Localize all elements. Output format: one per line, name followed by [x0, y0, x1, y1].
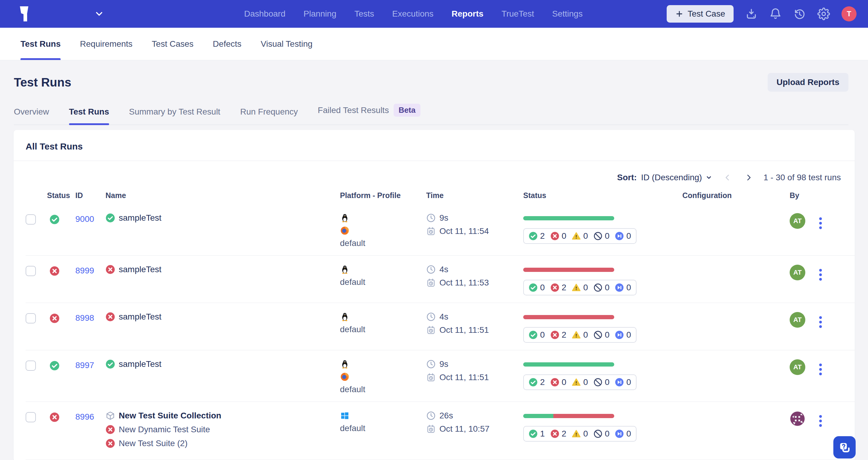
failed-icon: [550, 429, 559, 438]
new-test-case-button[interactable]: Test Case: [667, 5, 734, 23]
count-warning: 0: [572, 283, 588, 293]
count-blocked: 0: [593, 429, 610, 438]
nav-item-truetest[interactable]: TrueTest: [501, 6, 535, 22]
linux-platform-icon: [340, 213, 350, 223]
module-tab-visual-testing[interactable]: Visual Testing: [261, 28, 313, 60]
linux-platform-icon: [340, 312, 350, 321]
table-body: 9000 sampleTest default 9s Oct 11, 11:54…: [13, 204, 855, 460]
result-counts-pill: 20000: [523, 374, 637, 390]
skipped-icon: [615, 378, 624, 387]
report-tab-run-frequency[interactable]: Run Frequency: [240, 105, 298, 124]
run-datetime: Oct 11, 11:51: [439, 373, 489, 382]
test-run-id-link[interactable]: 9000: [75, 214, 94, 224]
test-run-id-link[interactable]: 8997: [75, 361, 94, 370]
test-run-name[interactable]: New Test Suite Collection: [119, 411, 221, 421]
pagination-next-button[interactable]: [743, 172, 754, 183]
passed-icon: [50, 214, 60, 224]
count-warning: 0: [572, 231, 588, 241]
user-avatar-initials[interactable]: AT: [789, 359, 805, 375]
row-checkbox[interactable]: [26, 313, 36, 324]
row-actions-kebab-icon[interactable]: [817, 361, 824, 378]
count-passed: 1: [529, 429, 545, 438]
download-icon[interactable]: [745, 7, 758, 20]
main-nav: DashboardPlanningTestsExecutionsReportsT…: [244, 6, 583, 22]
schedule-calendar-icon: [426, 373, 436, 382]
nav-item-tests[interactable]: Tests: [354, 6, 375, 22]
run-duration: 9s: [439, 213, 448, 223]
suite-name[interactable]: New Test Suite (2): [119, 438, 187, 448]
module-tab-bar: Test RunsRequirementsTest CasesDefectsVi…: [0, 28, 868, 60]
test-run-name[interactable]: sampleTest: [119, 312, 161, 321]
result-progress-bar: [523, 216, 614, 220]
module-tab-defects[interactable]: Defects: [213, 28, 241, 60]
app-logo-icon[interactable]: [17, 5, 31, 23]
sort-dropdown[interactable]: ID (Descending): [641, 173, 712, 182]
report-tab-summary-by-test-result[interactable]: Summary by Test Result: [129, 105, 220, 124]
column-header-name: Name: [105, 191, 340, 200]
row-checkbox[interactable]: [26, 214, 36, 224]
project-switcher-chevron-icon[interactable]: [94, 9, 104, 19]
test-run-row: 8996 New Test Suite CollectionNew Dynami…: [26, 402, 855, 460]
row-checkbox[interactable]: [26, 361, 36, 371]
test-run-id-link[interactable]: 8996: [75, 412, 94, 422]
row-checkbox[interactable]: [26, 412, 36, 422]
failed-icon: [105, 438, 115, 448]
blocked-icon: [593, 232, 602, 241]
chevron-right-icon: [744, 173, 753, 182]
count-blocked: 0: [593, 330, 610, 340]
upload-reports-button[interactable]: Upload Reports: [768, 73, 848, 92]
report-tab-test-runs[interactable]: Test Runs: [69, 105, 109, 124]
module-tab-test-runs[interactable]: Test Runs: [21, 28, 61, 60]
nav-item-executions[interactable]: Executions: [392, 6, 434, 22]
linux-platform-icon: [340, 359, 350, 369]
duration-clock-icon: [426, 359, 436, 369]
suite-name[interactable]: New Dynamic Test Suite: [119, 425, 210, 434]
pattern-avatar[interactable]: [789, 411, 805, 427]
test-run-row: 8998 sampleTest default 4s Oct 11, 11:51…: [26, 303, 855, 350]
card-title: All Test Runs: [13, 130, 855, 161]
result-progress-bar: [523, 414, 614, 418]
nav-item-reports[interactable]: Reports: [451, 6, 484, 22]
module-tab-test-cases[interactable]: Test Cases: [152, 28, 194, 60]
column-header-configuration: Configuration: [682, 191, 789, 200]
count-blocked: 0: [593, 231, 610, 241]
nav-item-planning[interactable]: Planning: [303, 6, 337, 22]
list-toolbar: Sort: ID (Descending) 1 - 30 of 98 test …: [13, 161, 855, 185]
user-avatar-initials[interactable]: AT: [789, 213, 805, 229]
row-actions-kebab-icon[interactable]: [817, 314, 824, 330]
run-datetime: Oct 11, 11:51: [439, 325, 489, 335]
test-run-name[interactable]: sampleTest: [119, 265, 161, 274]
passed-icon: [529, 232, 538, 241]
suite-collection-icon: [105, 411, 115, 421]
nav-item-settings[interactable]: Settings: [552, 6, 583, 22]
gear-icon[interactable]: [817, 7, 830, 20]
module-tab-requirements[interactable]: Requirements: [80, 28, 132, 60]
blocked-icon: [593, 378, 602, 387]
report-tab-overview[interactable]: Overview: [14, 105, 49, 124]
run-duration: 4s: [439, 312, 448, 321]
nav-item-dashboard[interactable]: Dashboard: [244, 6, 286, 22]
test-run-name[interactable]: sampleTest: [119, 359, 161, 369]
pagination-prev-button[interactable]: [722, 172, 733, 183]
count-skipped: 0: [615, 377, 631, 387]
failed-icon: [550, 378, 559, 387]
row-checkbox[interactable]: [26, 266, 36, 276]
count-passed: 2: [529, 231, 545, 241]
user-avatar[interactable]: T: [841, 6, 857, 22]
test-run-id-link[interactable]: 8999: [75, 266, 94, 276]
report-tab-failed-test-results[interactable]: Failed Test ResultsBeta: [318, 102, 420, 124]
row-actions-kebab-icon[interactable]: [817, 413, 824, 429]
user-avatar-initials[interactable]: AT: [789, 312, 805, 328]
skipped-icon: [615, 330, 624, 339]
test-run-row: 8999 sampleTest default 4s Oct 11, 11:53…: [26, 256, 855, 303]
user-avatar-initials[interactable]: AT: [789, 265, 805, 280]
failed-icon: [550, 232, 559, 241]
test-run-name[interactable]: sampleTest: [119, 213, 161, 223]
test-run-id-link[interactable]: 8998: [75, 313, 94, 323]
row-actions-kebab-icon[interactable]: [817, 267, 824, 283]
warning-icon: [572, 378, 581, 387]
bell-icon[interactable]: [769, 7, 782, 20]
history-icon[interactable]: [793, 7, 806, 20]
help-chat-button[interactable]: [833, 436, 856, 459]
row-actions-kebab-icon[interactable]: [817, 215, 824, 232]
